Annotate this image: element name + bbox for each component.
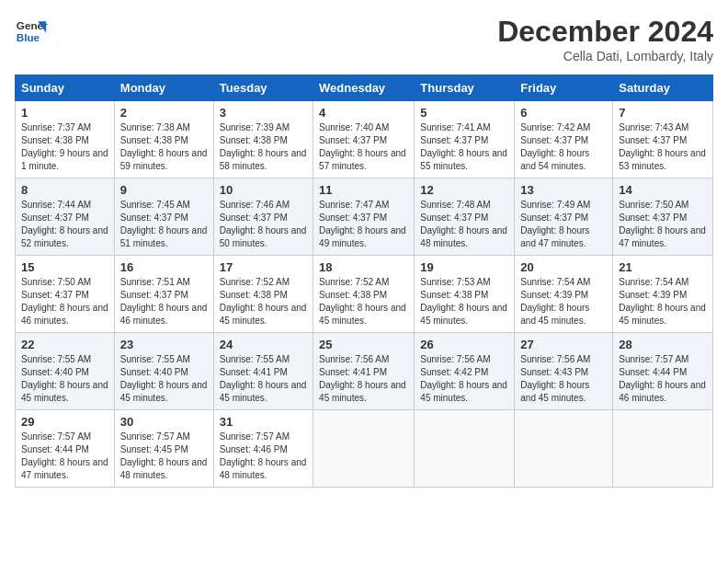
day-info: Sunrise: 7:54 AMSunset: 4:39 PMDaylight:… <box>520 276 607 327</box>
day-info: Sunrise: 7:38 AMSunset: 4:38 PMDaylight:… <box>120 121 208 173</box>
day-info: Sunrise: 7:51 AMSunset: 4:37 PMDaylight:… <box>120 276 208 327</box>
day-info: Sunrise: 7:55 AMSunset: 4:40 PMDaylight:… <box>120 353 208 405</box>
day-info: Sunrise: 7:49 AMSunset: 4:37 PMDaylight:… <box>520 199 607 250</box>
calendar-week-row: 22Sunrise: 7:55 AMSunset: 4:40 PMDayligh… <box>16 333 713 410</box>
calendar-cell: 5Sunrise: 7:41 AMSunset: 4:37 PMDaylight… <box>415 101 515 178</box>
day-number: 18 <box>319 260 408 274</box>
calendar-cell <box>515 410 613 488</box>
day-number: 5 <box>420 106 508 120</box>
day-info: Sunrise: 7:57 AMSunset: 4:45 PMDaylight:… <box>120 431 208 482</box>
calendar-cell: 9Sunrise: 7:45 AMSunset: 4:37 PMDaylight… <box>114 178 213 256</box>
calendar-cell: 14Sunrise: 7:50 AMSunset: 4:37 PMDayligh… <box>613 178 713 256</box>
calendar-cell: 6Sunrise: 7:42 AMSunset: 4:37 PMDaylight… <box>515 101 613 178</box>
day-number: 9 <box>120 183 208 197</box>
calendar-cell: 27Sunrise: 7:56 AMSunset: 4:43 PMDayligh… <box>515 333 613 410</box>
calendar-cell: 18Sunrise: 7:52 AMSunset: 4:38 PMDayligh… <box>313 256 415 333</box>
day-info: Sunrise: 7:53 AMSunset: 4:38 PMDaylight:… <box>420 276 508 327</box>
day-number: 26 <box>420 338 508 351</box>
day-info: Sunrise: 7:56 AMSunset: 4:43 PMDaylight:… <box>520 353 607 405</box>
day-number: 21 <box>619 260 707 274</box>
day-info: Sunrise: 7:47 AMSunset: 4:37 PMDaylight:… <box>319 199 408 250</box>
day-info: Sunrise: 7:50 AMSunset: 4:37 PMDaylight:… <box>619 199 707 250</box>
calendar-cell: 7Sunrise: 7:43 AMSunset: 4:37 PMDaylight… <box>613 101 713 178</box>
day-number: 14 <box>619 183 707 197</box>
day-number: 17 <box>220 260 307 274</box>
calendar-week-row: 1Sunrise: 7:37 AMSunset: 4:38 PMDaylight… <box>16 101 713 178</box>
day-info: Sunrise: 7:52 AMSunset: 4:38 PMDaylight:… <box>220 276 307 327</box>
day-of-week-header: Friday <box>515 75 613 101</box>
calendar-cell <box>415 410 515 488</box>
day-of-week-header: Monday <box>114 75 213 101</box>
calendar-cell: 10Sunrise: 7:46 AMSunset: 4:37 PMDayligh… <box>213 178 313 256</box>
calendar-cell: 15Sunrise: 7:50 AMSunset: 4:37 PMDayligh… <box>16 256 115 333</box>
month-title: December 2024 <box>497 15 713 49</box>
day-number: 25 <box>319 338 408 351</box>
day-number: 12 <box>420 183 508 197</box>
calendar-cell: 22Sunrise: 7:55 AMSunset: 4:40 PMDayligh… <box>16 333 115 410</box>
calendar-cell: 20Sunrise: 7:54 AMSunset: 4:39 PMDayligh… <box>515 256 613 333</box>
day-info: Sunrise: 7:42 AMSunset: 4:37 PMDaylight:… <box>520 121 607 173</box>
calendar-cell: 19Sunrise: 7:53 AMSunset: 4:38 PMDayligh… <box>415 256 515 333</box>
day-number: 24 <box>220 338 307 351</box>
title-block: December 2024 Cella Dati, Lombardy, Ital… <box>497 15 713 63</box>
page-header: General Blue December 2024 Cella Dati, L… <box>15 15 713 63</box>
calendar-header-row: SundayMondayTuesdayWednesdayThursdayFrid… <box>16 75 713 101</box>
calendar-week-row: 8Sunrise: 7:44 AMSunset: 4:37 PMDaylight… <box>16 178 713 256</box>
calendar-cell: 26Sunrise: 7:56 AMSunset: 4:42 PMDayligh… <box>415 333 515 410</box>
day-of-week-header: Saturday <box>613 75 713 101</box>
day-of-week-header: Sunday <box>16 75 115 101</box>
day-of-week-header: Wednesday <box>313 75 415 101</box>
day-info: Sunrise: 7:45 AMSunset: 4:37 PMDaylight:… <box>120 199 208 250</box>
calendar-cell: 13Sunrise: 7:49 AMSunset: 4:37 PMDayligh… <box>515 178 613 256</box>
day-number: 3 <box>220 106 307 120</box>
day-number: 2 <box>120 106 208 120</box>
day-number: 1 <box>21 106 108 120</box>
day-number: 10 <box>220 183 307 197</box>
calendar-cell: 17Sunrise: 7:52 AMSunset: 4:38 PMDayligh… <box>213 256 313 333</box>
day-info: Sunrise: 7:43 AMSunset: 4:37 PMDaylight:… <box>619 121 707 173</box>
day-number: 29 <box>21 415 108 429</box>
day-number: 4 <box>319 106 408 120</box>
calendar-cell: 28Sunrise: 7:57 AMSunset: 4:44 PMDayligh… <box>613 333 713 410</box>
day-info: Sunrise: 7:52 AMSunset: 4:38 PMDaylight:… <box>319 276 408 327</box>
day-number: 19 <box>420 260 508 274</box>
day-of-week-header: Tuesday <box>213 75 313 101</box>
day-number: 20 <box>520 260 607 274</box>
calendar-table: SundayMondayTuesdayWednesdayThursdayFrid… <box>15 75 713 488</box>
day-number: 28 <box>619 338 707 351</box>
day-info: Sunrise: 7:44 AMSunset: 4:37 PMDaylight:… <box>21 199 108 250</box>
day-number: 11 <box>319 183 408 197</box>
day-info: Sunrise: 7:41 AMSunset: 4:37 PMDaylight:… <box>420 121 508 173</box>
calendar-week-row: 15Sunrise: 7:50 AMSunset: 4:37 PMDayligh… <box>16 256 713 333</box>
day-info: Sunrise: 7:54 AMSunset: 4:39 PMDaylight:… <box>619 276 707 327</box>
day-info: Sunrise: 7:55 AMSunset: 4:41 PMDaylight:… <box>220 353 307 405</box>
calendar-cell <box>613 410 713 488</box>
location-subtitle: Cella Dati, Lombardy, Italy <box>497 49 713 63</box>
day-number: 30 <box>120 415 208 429</box>
day-info: Sunrise: 7:57 AMSunset: 4:44 PMDaylight:… <box>21 431 108 482</box>
logo: General Blue <box>15 15 48 48</box>
day-of-week-header: Thursday <box>415 75 515 101</box>
day-number: 6 <box>520 106 607 120</box>
calendar-cell: 12Sunrise: 7:48 AMSunset: 4:37 PMDayligh… <box>415 178 515 256</box>
calendar-cell: 8Sunrise: 7:44 AMSunset: 4:37 PMDaylight… <box>16 178 115 256</box>
calendar-cell: 2Sunrise: 7:38 AMSunset: 4:38 PMDaylight… <box>114 101 213 178</box>
day-number: 15 <box>21 260 108 274</box>
day-info: Sunrise: 7:56 AMSunset: 4:42 PMDaylight:… <box>420 353 508 405</box>
day-info: Sunrise: 7:57 AMSunset: 4:46 PMDaylight:… <box>220 431 307 482</box>
calendar-cell: 4Sunrise: 7:40 AMSunset: 4:37 PMDaylight… <box>313 101 415 178</box>
calendar-cell: 25Sunrise: 7:56 AMSunset: 4:41 PMDayligh… <box>313 333 415 410</box>
day-info: Sunrise: 7:57 AMSunset: 4:44 PMDaylight:… <box>619 353 707 405</box>
day-info: Sunrise: 7:56 AMSunset: 4:41 PMDaylight:… <box>319 353 408 405</box>
day-info: Sunrise: 7:46 AMSunset: 4:37 PMDaylight:… <box>220 199 307 250</box>
day-number: 8 <box>21 183 108 197</box>
day-info: Sunrise: 7:50 AMSunset: 4:37 PMDaylight:… <box>21 276 108 327</box>
calendar-cell: 3Sunrise: 7:39 AMSunset: 4:38 PMDaylight… <box>213 101 313 178</box>
day-number: 7 <box>619 106 707 120</box>
calendar-cell: 23Sunrise: 7:55 AMSunset: 4:40 PMDayligh… <box>114 333 213 410</box>
day-number: 31 <box>220 415 307 429</box>
day-info: Sunrise: 7:55 AMSunset: 4:40 PMDaylight:… <box>21 353 108 405</box>
logo-icon: General Blue <box>15 15 48 48</box>
calendar-cell: 30Sunrise: 7:57 AMSunset: 4:45 PMDayligh… <box>114 410 213 488</box>
day-info: Sunrise: 7:39 AMSunset: 4:38 PMDaylight:… <box>220 121 307 173</box>
